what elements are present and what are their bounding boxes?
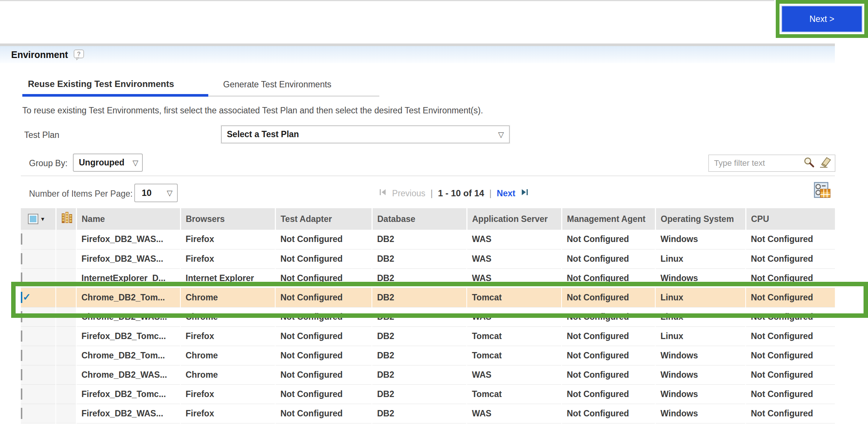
cell-test-adapter: Not Configured [275,384,372,404]
row-checkbox[interactable] [21,350,22,361]
clear-filter-icon[interactable] [819,157,831,170]
row-type-cell [56,384,76,404]
cell-browsers: Firefox [180,384,275,404]
tab-generate[interactable]: Generate Test Environments [223,80,331,90]
row-checkbox[interactable] [21,369,22,380]
row-select-cell[interactable] [21,249,56,268]
row-select-cell[interactable] [21,365,56,384]
tab-reuse-existing[interactable]: Reuse Existing Test Environments [28,79,174,89]
section-header: Environment ? [0,46,835,63]
select-all-header[interactable]: ▾ [21,208,56,230]
cell-management-agent: Not Configured [562,404,655,423]
cell-application-server: Tomcat [467,346,562,365]
cell-database: DB2 [372,384,467,404]
table-row[interactable]: Firefox_DB2_WAS... Firefox Not Configure… [21,404,835,423]
table-row[interactable]: InternetExplorer_D... Internet Explorer … [21,268,835,288]
select-menu-caret-icon[interactable]: ▾ [41,216,44,222]
table-row[interactable]: Firefox_DB2_WAS... Firefox Not Configure… [21,249,835,268]
row-type-cell [56,249,76,268]
row-type-cell [56,230,76,249]
filter-input[interactable] [713,158,799,168]
cell-cpu: Not Configured [746,365,835,384]
filter-field[interactable] [708,155,835,172]
cell-operating-system: Linux [655,288,746,307]
table-row[interactable]: Chrome_DB2_Tom... Chrome Not Configured … [21,288,835,307]
row-checkbox[interactable] [21,233,22,245]
cell-database: DB2 [372,365,467,384]
cell-cpu: Not Configured [746,307,835,326]
row-select-cell[interactable] [21,268,56,288]
row-checkbox[interactable] [21,330,22,342]
row-checkbox[interactable] [21,292,22,303]
next-button[interactable]: Next > [781,6,862,32]
test-plan-dropdown[interactable]: Select a Test Plan ▽ [221,126,509,143]
cell-name: Firefox_DB2_WAS... [76,404,180,423]
table-row[interactable]: Chrome_DB2_Tom... Chrome Not Configured … [21,346,835,365]
row-select-cell[interactable] [21,384,56,404]
row-select-cell[interactable] [21,307,56,326]
column-header-test-adapter[interactable]: Test Adapter [275,208,372,230]
row-type-cell [56,404,76,423]
test-plan-label: Test Plan [24,130,60,140]
row-select-cell[interactable] [21,230,56,249]
select-all-checkbox[interactable] [28,214,38,224]
cell-cpu: Not Configured [746,268,835,288]
next-page-link[interactable]: Next [497,188,515,199]
cell-operating-system: Windows [655,268,746,288]
table-body: Firefox_DB2_WAS... Firefox Not Configure… [21,230,835,423]
cell-name: Firefox_DB2_WAS... [76,230,180,249]
row-type-cell [56,288,76,307]
column-header-application-server[interactable]: Application Server [467,208,562,230]
configure-columns-icon[interactable] [813,181,831,199]
cell-database: DB2 [372,326,467,346]
row-checkbox[interactable] [21,272,22,284]
row-select-cell[interactable] [21,326,56,346]
instruction-text: To reuse existing Test Environments, fir… [22,106,483,116]
column-header-browsers[interactable]: Browsers [180,208,275,230]
row-select-cell[interactable] [21,346,56,365]
cell-test-adapter: Not Configured [275,268,372,288]
skip-to-end-icon[interactable] [521,188,529,199]
cell-operating-system: Windows [655,365,746,384]
row-checkbox[interactable] [21,253,22,264]
help-icon[interactable]: ? [73,49,84,60]
cell-cpu: Not Configured [746,249,835,268]
toolbar-divider [21,175,835,176]
cell-browsers: Internet Explorer [180,268,275,288]
table-row[interactable]: Firefox_DB2_Tomc... Firefox Not Configur… [21,384,835,404]
cell-name: Firefox_DB2_Tomc... [76,326,180,346]
cell-cpu: Not Configured [746,346,835,365]
row-checkbox[interactable] [21,311,22,322]
page-title: Environment [11,49,68,60]
column-header-name[interactable]: Name [76,208,180,230]
row-select-cell[interactable] [21,404,56,423]
cell-name: Chrome_DB2_Tom... [76,346,180,365]
pagination-separator: | [489,188,492,199]
cell-database: DB2 [372,307,467,326]
column-header-operating-system[interactable]: Operating System [655,208,746,230]
type-column-header[interactable] [56,208,76,230]
column-header-database[interactable]: Database [372,208,467,230]
items-per-page-dropdown[interactable]: 10 ▽ [134,184,178,202]
group-by-label: Group By: [29,158,68,168]
row-checkbox[interactable] [21,408,22,419]
svg-text:?: ? [77,51,81,57]
chevron-down-icon: ▽ [133,158,138,167]
test-plan-value: Select a Test Plan [227,129,498,139]
row-select-cell[interactable] [21,288,56,307]
row-checkbox[interactable] [21,388,22,400]
group-by-value: Ungrouped [79,158,129,168]
column-header-management-agent[interactable]: Management Agent [562,208,655,230]
inactive-tab-underline [208,96,379,97]
column-header-cpu[interactable]: CPU [746,208,835,230]
table-row[interactable]: Firefox_DB2_Tomc... Firefox Not Configur… [21,326,835,346]
table-row[interactable]: Firefox_DB2_WAS... Firefox Not Configure… [21,230,835,249]
pagination-range: 1 - 10 of 14 [438,188,484,199]
group-by-dropdown[interactable]: Ungrouped ▽ [73,154,143,172]
table-row[interactable]: Chrome_DB2_WAS... Chrome Not Configured … [21,307,835,326]
table-row[interactable]: Chrome_DB2_WAS... Chrome Not Configured … [21,365,835,384]
cell-application-server: WAS [467,307,562,326]
cell-application-server: WAS [467,230,562,249]
search-icon[interactable] [804,157,815,170]
skip-to-start-icon[interactable] [379,188,387,199]
